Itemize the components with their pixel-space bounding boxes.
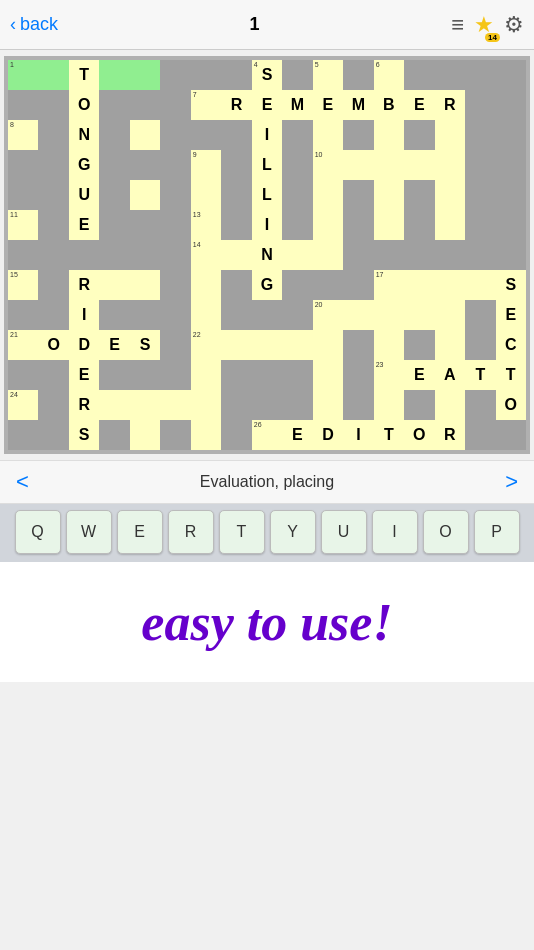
cell-8-17[interactable]: S: [496, 270, 527, 300]
cell-12-6[interactable]: [160, 390, 190, 420]
cell-8-5[interactable]: [130, 270, 160, 300]
cell-8-1[interactable]: 15: [8, 270, 38, 300]
cell-13-15[interactable]: R: [435, 420, 465, 450]
cell-13-9[interactable]: 26: [252, 420, 282, 450]
cell-3-9[interactable]: I: [252, 120, 282, 150]
cell-4-3[interactable]: G: [69, 150, 99, 180]
cell-12-1[interactable]: 24: [8, 390, 38, 420]
cell-13-14[interactable]: O: [404, 420, 434, 450]
cell-13-11[interactable]: D: [313, 420, 343, 450]
cell-10-11[interactable]: [313, 330, 343, 360]
star-icon[interactable]: ★ 14: [474, 12, 494, 38]
cell-2-15[interactable]: R: [435, 90, 465, 120]
cell-4-14[interactable]: [404, 150, 434, 180]
cell-2-13[interactable]: B: [374, 90, 404, 120]
key-Y[interactable]: Y: [270, 510, 316, 554]
cell-11-17[interactable]: T: [496, 360, 527, 390]
cell-11-16[interactable]: T: [465, 360, 495, 390]
cell-5-3[interactable]: U: [69, 180, 99, 210]
cell-13-7[interactable]: [191, 420, 221, 450]
cell-13-3[interactable]: S: [69, 420, 99, 450]
cell-10-4[interactable]: E: [99, 330, 129, 360]
cell-4-7[interactable]: 9: [191, 150, 221, 180]
cell-4-15[interactable]: [435, 150, 465, 180]
cell-11-15[interactable]: A: [435, 360, 465, 390]
key-T[interactable]: T: [219, 510, 265, 554]
cell-6-9[interactable]: I: [252, 210, 282, 240]
cell-1-9[interactable]: 4S: [252, 60, 282, 90]
cell-9-3[interactable]: I: [69, 300, 99, 330]
cell-5-7[interactable]: [191, 180, 221, 210]
cell-5-13[interactable]: [374, 180, 404, 210]
cell-6-13[interactable]: [374, 210, 404, 240]
cell-8-15[interactable]: [435, 270, 465, 300]
cell-12-5[interactable]: [130, 390, 160, 420]
cell-9-12[interactable]: [343, 300, 373, 330]
cell-3-15[interactable]: [435, 120, 465, 150]
cell-12-3[interactable]: R: [69, 390, 99, 420]
cell-1-1[interactable]: 1: [8, 60, 38, 90]
cell-11-13[interactable]: 23: [374, 360, 404, 390]
cell-11-14[interactable]: E: [404, 360, 434, 390]
key-P[interactable]: P: [474, 510, 520, 554]
cell-10-13[interactable]: [374, 330, 404, 360]
cell-12-13[interactable]: [374, 390, 404, 420]
cell-3-11[interactable]: [313, 120, 343, 150]
cell-10-15[interactable]: [435, 330, 465, 360]
cell-9-11[interactable]: 20: [313, 300, 343, 330]
cell-7-11[interactable]: [313, 240, 343, 270]
gear-icon[interactable]: ⚙: [504, 12, 524, 38]
cell-6-7[interactable]: 13: [191, 210, 221, 240]
next-clue-button[interactable]: >: [505, 469, 518, 495]
key-O[interactable]: O: [423, 510, 469, 554]
key-U[interactable]: U: [321, 510, 367, 554]
cell-1-3[interactable]: T: [69, 60, 99, 90]
cell-10-9[interactable]: [252, 330, 282, 360]
cell-13-5[interactable]: [130, 420, 160, 450]
cell-7-9[interactable]: N: [252, 240, 282, 270]
cell-13-10[interactable]: E: [282, 420, 312, 450]
cell-11-11[interactable]: [313, 360, 343, 390]
key-Q[interactable]: Q: [15, 510, 61, 554]
cell-5-11[interactable]: [313, 180, 343, 210]
cell-12-11[interactable]: [313, 390, 343, 420]
cell-13-13[interactable]: T: [374, 420, 404, 450]
key-I[interactable]: I: [372, 510, 418, 554]
prev-clue-button[interactable]: <: [16, 469, 29, 495]
cell-8-4[interactable]: [99, 270, 129, 300]
cell-13-12[interactable]: I: [343, 420, 373, 450]
cell-3-1[interactable]: 8: [8, 120, 38, 150]
cell-1-4[interactable]: [99, 60, 129, 90]
cell-6-11[interactable]: [313, 210, 343, 240]
cell-4-9[interactable]: L: [252, 150, 282, 180]
key-R[interactable]: R: [168, 510, 214, 554]
cell-5-9[interactable]: L: [252, 180, 282, 210]
cell-7-8[interactable]: [221, 240, 251, 270]
cell-2-3[interactable]: O: [69, 90, 99, 120]
key-E[interactable]: E: [117, 510, 163, 554]
cell-10-3[interactable]: D: [69, 330, 99, 360]
cell-4-12[interactable]: [343, 150, 373, 180]
cell-10-8[interactable]: [221, 330, 251, 360]
cell-3-13[interactable]: [374, 120, 404, 150]
cell-10-2[interactable]: O: [38, 330, 68, 360]
cell-10-17[interactable]: C: [496, 330, 527, 360]
cell-5-15[interactable]: [435, 180, 465, 210]
cell-10-7[interactable]: 22: [191, 330, 221, 360]
cell-1-2[interactable]: [38, 60, 68, 90]
cell-2-12[interactable]: M: [343, 90, 373, 120]
cell-8-3[interactable]: R: [69, 270, 99, 300]
cell-10-5[interactable]: S: [130, 330, 160, 360]
cell-1-11[interactable]: 5: [313, 60, 343, 90]
cell-12-15[interactable]: [435, 390, 465, 420]
cell-3-3[interactable]: N: [69, 120, 99, 150]
cell-12-4[interactable]: [99, 390, 129, 420]
cell-4-13[interactable]: [374, 150, 404, 180]
cell-8-16[interactable]: [465, 270, 495, 300]
cell-5-5[interactable]: [130, 180, 160, 210]
cell-10-10[interactable]: [282, 330, 312, 360]
cell-4-11[interactable]: 10: [313, 150, 343, 180]
cell-7-10[interactable]: [282, 240, 312, 270]
cell-6-1[interactable]: 11: [8, 210, 38, 240]
cell-2-7[interactable]: 7: [191, 90, 221, 120]
